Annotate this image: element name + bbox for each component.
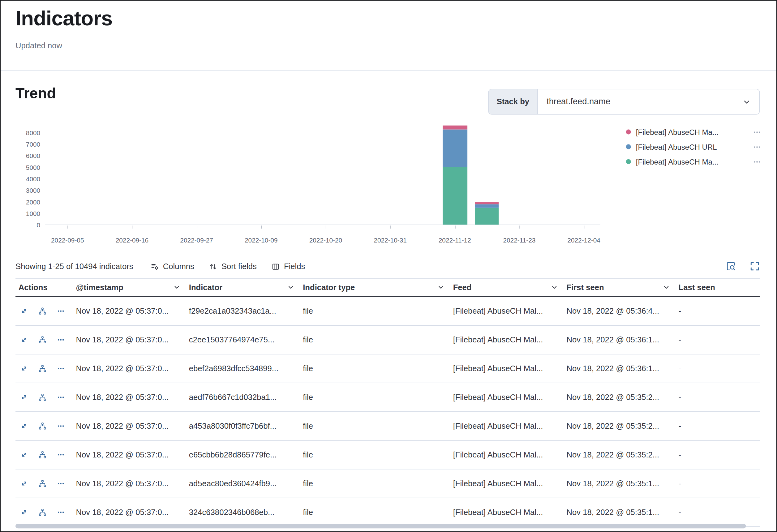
- bar-segment[interactable]: [475, 202, 498, 204]
- more-actions-icon[interactable]: [57, 480, 65, 487]
- fields-button[interactable]: Fields: [264, 262, 312, 271]
- chart-y-axis: 010002000300040005000600070008000: [10, 126, 40, 225]
- cell-indicator-type: file: [300, 364, 450, 373]
- cell-first-seen: Nov 18, 2022 @ 05:35:1...: [564, 508, 676, 517]
- indicators-page: Indicators Updated now Trend Stack by th…: [1, 1, 777, 532]
- cell-first-seen: Nov 18, 2022 @ 05:35:2...: [564, 450, 676, 459]
- cell-feed: [Filebeat] AbuseCH Mal...: [450, 364, 564, 373]
- column-header-indicator[interactable]: Indicator: [186, 279, 300, 296]
- chart-legend: [Filebeat] AbuseCH Ma...[Filebeat] Abuse…: [626, 125, 761, 169]
- more-actions-icon[interactable]: [57, 307, 65, 315]
- x-axis-label: 2022-09-05: [51, 237, 84, 244]
- investigate-icon[interactable]: [39, 307, 46, 315]
- cell-first-seen: Nov 18, 2022 @ 05:36:1...: [564, 364, 676, 373]
- header-divider: [1, 70, 777, 71]
- expand-icon[interactable]: [20, 336, 28, 344]
- row-actions: [15, 307, 73, 315]
- bar-segment[interactable]: [442, 130, 467, 167]
- more-actions-icon[interactable]: [57, 365, 65, 372]
- chevron-down-icon: [743, 98, 750, 105]
- chevron-down-icon[interactable]: [174, 284, 180, 291]
- bar-segment[interactable]: [442, 126, 467, 130]
- legend-dot-icon: [626, 144, 631, 149]
- more-actions-icon[interactable]: [57, 394, 65, 401]
- scrollbar-thumb[interactable]: [15, 524, 746, 528]
- more-actions-icon[interactable]: [57, 451, 65, 458]
- investigate-icon[interactable]: [39, 509, 46, 516]
- stack-by-select[interactable]: threat.feed.name: [538, 89, 759, 114]
- column-header-label: @timestamp: [76, 283, 123, 292]
- cell-indicator: c2ee15037764974e75...: [186, 335, 300, 344]
- cell-indicator: aedf76b667c1d032ba1...: [186, 393, 300, 402]
- expand-icon[interactable]: [20, 394, 28, 401]
- column-header-indicator-type[interactable]: Indicator type: [300, 279, 450, 296]
- cell-indicator: e65cbb6b28d865779fe...: [186, 450, 300, 459]
- x-axis-tick: [455, 225, 455, 229]
- bar-segment[interactable]: [442, 167, 467, 225]
- expand-icon[interactable]: [20, 509, 28, 516]
- investigate-icon[interactable]: [39, 365, 46, 372]
- columns-button[interactable]: Columns: [143, 262, 202, 271]
- investigate-icon[interactable]: [39, 336, 46, 344]
- fullscreen-button[interactable]: [750, 261, 760, 273]
- more-actions-icon[interactable]: [57, 422, 65, 430]
- more-actions-icon[interactable]: [57, 509, 65, 516]
- sort-fields-button-label: Sort fields: [221, 262, 257, 271]
- chevron-down-icon[interactable]: [288, 284, 294, 291]
- cell-timestamp: Nov 18, 2022 @ 05:37:0...: [73, 364, 186, 373]
- chevron-down-icon[interactable]: [663, 284, 670, 291]
- stack-by-control: Stack by threat.feed.name: [488, 89, 760, 114]
- chevron-down-icon[interactable]: [438, 284, 444, 291]
- cell-first-seen: Nov 18, 2022 @ 05:36:1...: [564, 335, 676, 344]
- table-row: Nov 18, 2022 @ 05:37:0...a453a8030f0f3ff…: [15, 412, 760, 441]
- investigate-icon[interactable]: [39, 451, 46, 458]
- y-axis-label: 7000: [26, 141, 40, 148]
- expand-icon[interactable]: [20, 480, 28, 487]
- x-axis-tick: [197, 225, 197, 229]
- row-actions: [15, 422, 73, 430]
- investigate-icon[interactable]: [39, 422, 46, 430]
- columns-button-label: Columns: [163, 262, 194, 271]
- legend-item[interactable]: [Filebeat] AbuseCH Ma...: [626, 125, 761, 139]
- cell-last-seen: -: [676, 422, 760, 431]
- table-row: Nov 18, 2022 @ 05:37:0...324c63802346b06…: [15, 498, 760, 527]
- sort-icon: [209, 262, 217, 271]
- expand-icon[interactable]: [20, 365, 28, 372]
- cell-last-seen: -: [676, 307, 760, 316]
- more-actions-icon[interactable]: [753, 143, 761, 150]
- cell-indicator: 324c63802346b068eb...: [186, 508, 300, 517]
- bar-segment[interactable]: [475, 204, 498, 208]
- more-actions-icon[interactable]: [753, 128, 761, 136]
- column-header-label: First seen: [567, 283, 604, 292]
- y-axis-label: 5000: [26, 164, 40, 171]
- row-actions: [15, 365, 73, 372]
- column-header-first-seen[interactable]: First seen: [564, 279, 676, 296]
- cell-indicator: f29e2ca1a032343ac1a...: [186, 307, 300, 316]
- y-axis-label: 0: [37, 221, 40, 229]
- row-actions: [15, 451, 73, 458]
- legend-item[interactable]: [Filebeat] AbuseCH URL: [626, 139, 761, 154]
- expand-icon[interactable]: [20, 422, 28, 430]
- table-toolbar: Showing 1-25 of 10494 indicators Columns…: [15, 258, 760, 275]
- x-axis-tick: [391, 225, 391, 229]
- cell-indicator-type: file: [300, 393, 450, 402]
- table-body: Nov 18, 2022 @ 05:37:0...f29e2ca1a032343…: [15, 297, 760, 527]
- y-axis-label: 8000: [26, 129, 40, 137]
- more-actions-icon[interactable]: [753, 158, 761, 166]
- inspect-button[interactable]: [726, 261, 736, 273]
- legend-item[interactable]: [Filebeat] AbuseCH Ma...: [626, 154, 761, 169]
- column-header-feed[interactable]: Feed: [450, 279, 564, 296]
- more-actions-icon[interactable]: [57, 336, 65, 344]
- cell-feed: [Filebeat] AbuseCH Mal...: [450, 508, 564, 517]
- bar-segment[interactable]: [475, 208, 498, 225]
- chevron-down-icon[interactable]: [551, 284, 558, 291]
- trend-chart: [45, 126, 600, 225]
- column-header-timestamp[interactable]: @timestamp: [73, 279, 186, 296]
- expand-icon[interactable]: [20, 451, 28, 458]
- investigate-icon[interactable]: [39, 480, 46, 487]
- sort-fields-button[interactable]: Sort fields: [202, 262, 264, 271]
- expand-icon[interactable]: [20, 307, 28, 315]
- horizontal-scrollbar[interactable]: [15, 524, 746, 528]
- x-axis-label: 2022-11-23: [503, 237, 535, 244]
- investigate-icon[interactable]: [39, 394, 46, 401]
